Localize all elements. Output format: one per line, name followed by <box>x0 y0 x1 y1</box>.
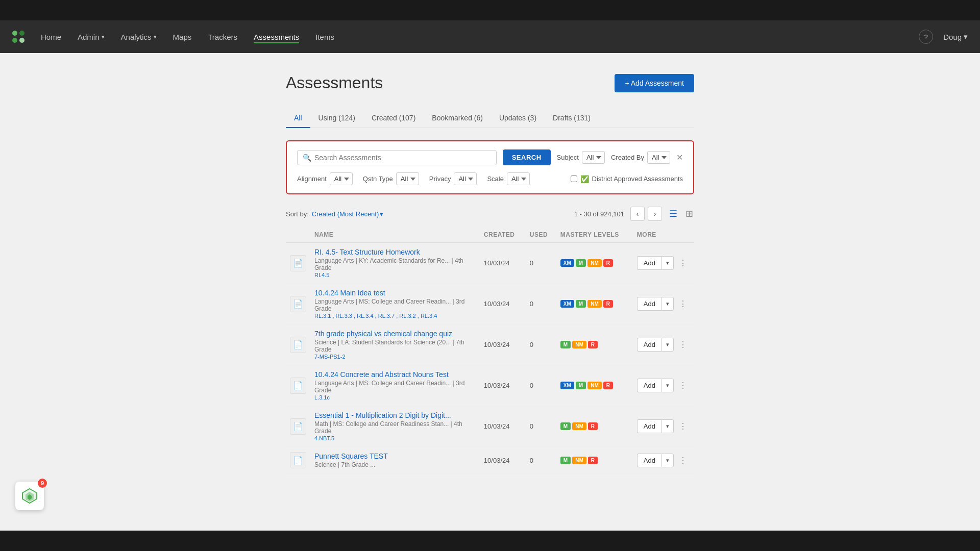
add-main-button[interactable]: Add <box>637 256 662 270</box>
privacy-label: Privacy <box>429 175 451 183</box>
created-by-select[interactable]: All <box>647 151 670 164</box>
district-approved-checkbox[interactable] <box>571 176 577 182</box>
assess-standards[interactable]: 4.NBT.5 <box>314 435 476 441</box>
tab-using[interactable]: Using (124) <box>310 109 363 128</box>
collapse-button[interactable]: ✕ <box>676 153 683 162</box>
subject-select[interactable]: All <box>582 151 605 164</box>
subject-label: Subject <box>557 154 579 161</box>
tab-updates[interactable]: Updates (3) <box>491 109 545 128</box>
assess-created: 10/03/24 <box>480 365 526 406</box>
add-main-button[interactable]: Add <box>637 379 662 392</box>
mastery-badge-xm: XM <box>560 259 574 267</box>
more-options-button[interactable]: ⋮ <box>676 297 690 311</box>
admin-chevron-icon: ▾ <box>102 34 105 40</box>
privacy-select[interactable]: All <box>454 172 477 185</box>
add-dropdown: Add ▾ <box>637 297 674 311</box>
add-chevron-button[interactable]: ▾ <box>662 379 674 392</box>
next-page-button[interactable]: › <box>648 207 662 221</box>
nav-items[interactable]: Items <box>315 31 334 43</box>
add-main-button[interactable]: Add <box>637 454 662 467</box>
more-options-button[interactable]: ⋮ <box>676 379 690 392</box>
add-chevron-button[interactable]: ▾ <box>662 256 674 270</box>
search-input-wrap[interactable]: 🔍 <box>297 150 497 165</box>
search-panel: 🔍 SEARCH Subject All Created By All <box>286 140 694 194</box>
created-by-filter: Created By All <box>611 151 670 164</box>
grid-view-button[interactable]: ⊞ <box>684 207 694 220</box>
assess-name[interactable]: 7th grade physical vs chemical change qu… <box>314 330 476 338</box>
add-chevron-button[interactable]: ▾ <box>662 454 674 467</box>
tab-created[interactable]: Created (107) <box>363 109 424 128</box>
add-main-button[interactable]: Add <box>637 338 662 352</box>
add-chevron-button[interactable]: ▾ <box>662 419 674 433</box>
tab-all[interactable]: All <box>286 109 310 128</box>
assess-name[interactable]: Essential 1 - Multiplication 2 Digit by … <box>314 411 476 419</box>
assess-mastery: MNMR <box>556 447 633 474</box>
add-chevron-button[interactable]: ▾ <box>662 338 674 352</box>
top-bar <box>0 0 980 20</box>
floating-widget[interactable]: 9 <box>15 482 44 510</box>
assess-meta: Science | LA: Student Standards for Scie… <box>314 339 476 353</box>
search-button[interactable]: SEARCH <box>503 149 551 165</box>
qstn-type-select[interactable]: All <box>396 172 419 185</box>
district-label: District Approved Assessments <box>592 175 683 183</box>
assess-icon: 📄 <box>290 296 306 312</box>
add-dropdown: Add ▾ <box>637 256 674 270</box>
assess-name[interactable]: Punnett Squares TEST <box>314 452 476 460</box>
add-main-button[interactable]: Add <box>637 297 662 311</box>
th-mastery: MASTERY LEVELS <box>556 227 633 243</box>
more-options-button[interactable]: ⋮ <box>676 338 690 352</box>
help-button[interactable]: ? <box>919 30 933 44</box>
alignment-select[interactable]: All <box>330 172 353 185</box>
mastery-badge-r: R <box>588 457 598 464</box>
more-options-button[interactable]: ⋮ <box>676 454 690 467</box>
mastery-badge-nm: NM <box>572 341 586 348</box>
user-menu-button[interactable]: Doug ▾ <box>943 32 968 41</box>
sort-value[interactable]: Created (Most Recent) ▾ <box>312 210 384 218</box>
assess-created: 10/03/24 <box>480 447 526 474</box>
sort-chevron-icon: ▾ <box>380 210 383 218</box>
prev-page-button[interactable]: ‹ <box>630 207 645 221</box>
assess-standards[interactable]: RL.3.1 , RL.3.3 , RL.3.4 , RL.3.7 , RL.3… <box>314 313 476 319</box>
mastery-badge-xm: XM <box>560 382 574 389</box>
assess-icon: 📄 <box>290 418 306 435</box>
scale-select[interactable]: All <box>507 172 530 185</box>
district-approved-wrap: ✅ District Approved Assessments <box>571 175 683 183</box>
add-main-button[interactable]: Add <box>637 419 662 433</box>
nav-admin[interactable]: Admin ▾ <box>78 31 105 43</box>
mastery-badge-nm: NM <box>587 382 602 389</box>
assess-standards[interactable]: RI.4.5 <box>314 272 476 278</box>
list-view-button[interactable]: ☰ <box>668 207 678 220</box>
assess-name[interactable]: RI. 4.5- Text Structure Homework <box>314 248 476 256</box>
search-input[interactable] <box>314 154 491 162</box>
th-more: MORE <box>633 227 694 243</box>
tab-drafts[interactable]: Drafts (131) <box>545 109 599 128</box>
assess-standards[interactable]: 7-MS-PS1-2 <box>314 354 476 360</box>
assess-standards[interactable]: L.3.1c <box>314 394 476 400</box>
assess-actions: Add ▾ ⋮ <box>633 365 694 406</box>
more-options-button[interactable]: ⋮ <box>676 419 690 433</box>
nav-analytics[interactable]: Analytics ▾ <box>121 31 157 43</box>
assessments-table: NAME CREATED USED MASTERY LEVELS MORE 📄 … <box>286 227 694 474</box>
logo-dot-br <box>19 38 24 43</box>
mastery-badge-m: M <box>576 300 586 308</box>
table-row: 📄 Essential 1 - Multiplication 2 Digit b… <box>286 406 694 447</box>
nav-home[interactable]: Home <box>41 31 61 43</box>
search-row: 🔍 SEARCH Subject All Created By All <box>297 149 683 165</box>
nav-maps[interactable]: Maps <box>173 31 192 43</box>
nav-trackers[interactable]: Trackers <box>208 31 237 43</box>
assess-name[interactable]: 10.4.24 Main Idea test <box>314 289 476 297</box>
results-right: 1 - 30 of 924,101 ‹ › ☰ ⊞ <box>574 207 694 221</box>
assess-mastery: XMMNMR <box>556 365 633 406</box>
assess-name[interactable]: 10.4.24 Concrete and Abstract Nouns Test <box>314 370 476 379</box>
add-chevron-button[interactable]: ▾ <box>662 297 674 311</box>
page-header: Assessments + Add Assessment <box>286 73 694 92</box>
more-options-button[interactable]: ⋮ <box>676 256 690 270</box>
search-icon: 🔍 <box>303 154 311 162</box>
tab-bookmarked[interactable]: Bookmarked (6) <box>424 109 491 128</box>
app-logo[interactable] <box>12 31 24 43</box>
nav-assessments[interactable]: Assessments <box>254 31 299 43</box>
logo-dot-tl <box>12 31 17 36</box>
table-header: NAME CREATED USED MASTERY LEVELS MORE <box>286 227 694 243</box>
assess-used: 0 <box>526 447 556 474</box>
add-assessment-button[interactable]: + Add Assessment <box>615 74 694 92</box>
